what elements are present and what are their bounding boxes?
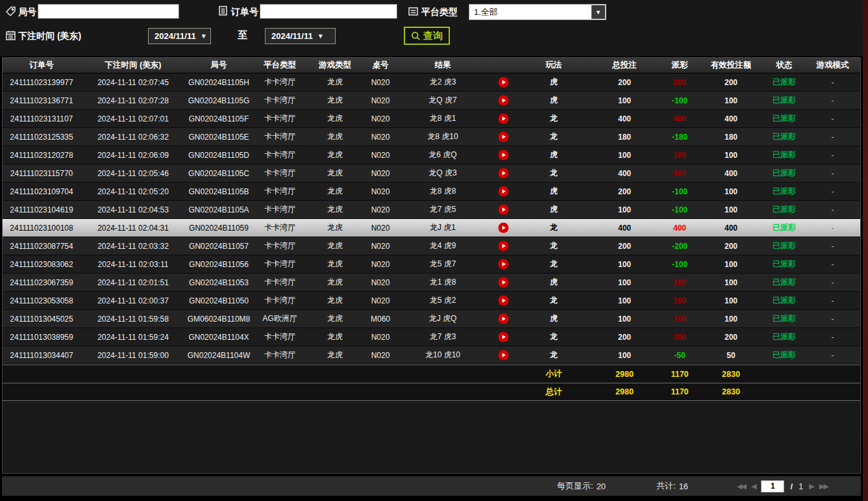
- cell-total-bet: 400: [588, 224, 661, 233]
- cell-bet-time: 2024-11-11 02:05:46: [81, 169, 186, 178]
- cell-result: 龙7 虎5: [399, 204, 487, 215]
- platform-type-select[interactable]: 1.全部 ▼: [469, 4, 606, 20]
- cell-platform-type: 卡卡湾厅: [252, 222, 308, 233]
- cell-table-number: N020: [362, 333, 399, 342]
- cell-round-number: GN02024B1105A: [186, 205, 252, 214]
- cell-payout: 200: [661, 333, 699, 342]
- cell-result: 龙5 虎2: [399, 295, 487, 306]
- cell-status: 已派彩: [763, 131, 805, 142]
- app-root: 局号 订单号 平台类型 1.全部 ▼ 下注时间 (美东) 2024/11/11 …: [0, 0, 868, 501]
- play-replay-button[interactable]: [498, 149, 509, 161]
- table-row[interactable]: 241111023120278 2024-11-11 02:06:09 GN02…: [3, 146, 860, 164]
- table-row[interactable]: 241111013034407 2024-11-11 01:59:00 GN02…: [3, 346, 860, 365]
- cell-table-number: N020: [362, 242, 399, 251]
- table-row[interactable]: 241111023125335 2024-11-11 02:06:32 GN02…: [3, 128, 860, 146]
- cell-game-mode: -: [805, 315, 860, 324]
- cell-bet-type: 虎: [519, 77, 588, 88]
- play-replay-button[interactable]: [498, 259, 509, 270]
- cell-round-number: GN02024B1104W: [186, 351, 252, 360]
- grand-total-row: 总计 2980 1170 2830: [3, 383, 860, 401]
- subtotal-total-bet: 2980: [588, 370, 661, 379]
- last-page-icon[interactable]: ▶▶: [819, 482, 828, 491]
- date-from-picker[interactable]: 2024/11/11 ▼: [148, 28, 211, 44]
- right-edge-decoration: [863, 0, 868, 501]
- chevron-down-icon: ▼: [201, 32, 207, 40]
- magnifier-icon: [411, 31, 421, 41]
- play-replay-button[interactable]: [498, 113, 509, 124]
- cell-payout: 100: [661, 151, 699, 160]
- table-row[interactable]: 241111023131107 2024-11-11 02:07:01 GN02…: [3, 110, 860, 128]
- cell-round-number: GN02024B1104X: [186, 333, 252, 342]
- cell-status: 已派彩: [763, 149, 805, 161]
- play-replay-button[interactable]: [498, 313, 509, 324]
- play-icon: [498, 113, 509, 124]
- play-replay-button[interactable]: [498, 277, 509, 288]
- cell-valid-bet: 200: [699, 78, 763, 87]
- date-to-picker[interactable]: 2024/11/11 ▼: [265, 28, 336, 44]
- play-replay-button[interactable]: [498, 168, 509, 179]
- query-button[interactable]: 查询: [404, 27, 450, 45]
- subtotal-row: 小计 2980 1170 2830: [3, 365, 860, 383]
- table-row[interactable]: 241111013038959 2024-11-11 01:59:24 GN02…: [3, 328, 860, 346]
- play-replay-button[interactable]: [498, 186, 509, 197]
- cell-platform-type: 卡卡湾厅: [252, 113, 308, 124]
- table-row[interactable]: 241111023115770 2024-11-11 02:05:46 GN02…: [3, 164, 860, 183]
- play-replay-button[interactable]: [498, 350, 509, 361]
- table-row[interactable]: 241111023083062 2024-11-11 02:03:11 GN02…: [3, 255, 860, 274]
- cell-bet-type: 虎: [519, 149, 588, 161]
- page-input[interactable]: 1: [761, 480, 784, 493]
- cell-valid-bet: 180: [699, 133, 763, 142]
- cell-payout: 100: [661, 278, 699, 287]
- table-row[interactable]: 241111023139977 2024-11-11 02:07:45 GN02…: [3, 73, 860, 92]
- next-page-icon[interactable]: ▶: [809, 482, 813, 491]
- cell-platform-type: 卡卡湾厅: [252, 350, 308, 361]
- table-row[interactable]: 241111023136771 2024-11-11 02:07:28 GN02…: [3, 92, 860, 110]
- cell-valid-bet: 100: [699, 187, 763, 196]
- table-row[interactable]: 241111023104619 2024-11-11 02:04:53 GN02…: [3, 201, 860, 219]
- cell-order-number: 241111023067359: [3, 278, 81, 287]
- cell-result: 龙8 虎10: [399, 131, 487, 142]
- table-row[interactable]: 241111023109704 2024-11-11 02:05:20 GN02…: [3, 183, 860, 201]
- cell-status: 已派彩: [763, 331, 805, 342]
- first-page-icon[interactable]: ◀◀: [737, 482, 745, 491]
- prev-page-icon[interactable]: ◀: [751, 482, 755, 491]
- total-pages-value: 1: [799, 482, 803, 491]
- cell-bet-type: 龙: [519, 259, 588, 270]
- table-row[interactable]: 241111023067359 2024-11-11 02:01:51 GN02…: [3, 274, 860, 292]
- list-icon: [408, 6, 419, 17]
- play-replay-button[interactable]: [498, 204, 509, 215]
- cell-bet-time: 2024-11-11 02:03:32: [81, 242, 186, 251]
- chevron-down-icon[interactable]: ▼: [591, 5, 605, 19]
- table-row[interactable]: 241111023087754 2024-11-11 02:03:32 GN02…: [3, 237, 860, 255]
- cell-platform-type: 卡卡湾厅: [252, 95, 308, 106]
- round-number-input[interactable]: [38, 4, 179, 19]
- cell-bet-type: 龙: [519, 113, 588, 124]
- table-row[interactable]: 241111023053058 2024-11-11 02:00:37 GN02…: [3, 292, 860, 310]
- play-replay-button[interactable]: [498, 131, 509, 142]
- cell-total-bet: 100: [588, 151, 661, 160]
- play-replay-button[interactable]: [498, 95, 509, 106]
- cell-replay: [487, 77, 519, 88]
- cell-game-mode: -: [805, 260, 860, 269]
- play-replay-button[interactable]: [498, 331, 509, 342]
- cell-game-mode: -: [805, 224, 860, 233]
- cell-replay: [487, 331, 519, 342]
- table-row[interactable]: 241111013045025 2024-11-11 01:59:58 GM06…: [3, 310, 860, 328]
- play-replay-button[interactable]: [498, 295, 509, 306]
- cell-result: 龙Q 虎7: [399, 95, 487, 106]
- order-number-input[interactable]: [260, 4, 397, 19]
- cell-game-type: 龙虎: [308, 168, 362, 179]
- subtotal-payout: 1170: [661, 370, 699, 379]
- table-row[interactable]: 241111023100108 2024-11-11 02:04:31 GN02…: [3, 219, 860, 237]
- cell-status: 已派彩: [763, 113, 805, 124]
- cell-round-number: GN02024B1105H: [186, 78, 252, 87]
- play-icon: [498, 131, 509, 142]
- play-replay-button[interactable]: [498, 222, 509, 233]
- col-header-platform: 平台类型: [252, 60, 308, 71]
- col-header-bet: 玩法: [519, 60, 588, 71]
- cell-game-mode: -: [805, 351, 860, 360]
- cell-replay: [487, 168, 519, 179]
- play-replay-button[interactable]: [498, 77, 509, 88]
- play-replay-button[interactable]: [498, 240, 509, 251]
- cell-game-mode: -: [805, 242, 860, 251]
